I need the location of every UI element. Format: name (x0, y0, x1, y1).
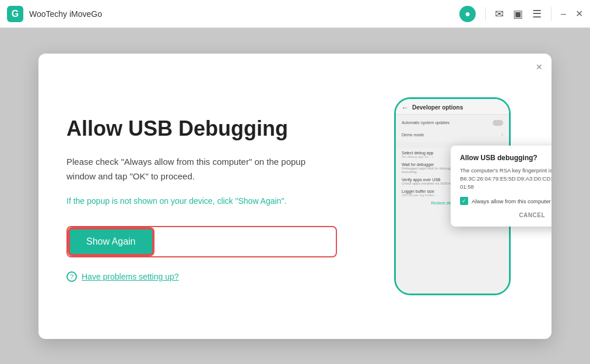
always-allow-label: Always allow from this computer (472, 198, 551, 204)
usb-debug-popup: Allow USB debugging? The computer's RSA … (451, 146, 552, 227)
minimize-button[interactable]: – (561, 9, 566, 19)
modal-title: Allow USB Debugging (66, 116, 337, 141)
usb-popup-title: Allow USB debugging? (460, 154, 552, 162)
phone-frame: ← Developer options Automatic system upd… (394, 97, 511, 295)
app-title: WooTechy iMoveGo (29, 9, 459, 19)
usb-popup-body: The computer's RSA key fingerprint is: B… (460, 167, 552, 192)
show-again-wrapper: Show Again (66, 226, 337, 257)
display-icon[interactable]: ▣ (513, 8, 523, 20)
help-link[interactable]: Have problems setting up? (82, 272, 179, 281)
usb-cancel-button[interactable]: CANCEL (519, 212, 545, 218)
usb-popup-buttons: CANCEL OK (460, 212, 552, 218)
phone-header: ← Developer options (396, 99, 509, 115)
list-item: Automatic system updates (396, 117, 509, 129)
list-item-label: Automatic system updates (402, 121, 449, 125)
phone-back-icon: ← (402, 104, 409, 112)
toggle-auto-update (493, 120, 503, 126)
phone-header-title: Developer options (412, 104, 463, 111)
modal-close-button[interactable]: × (536, 62, 542, 72)
help-link-row: ? Have problems setting up? (66, 271, 337, 282)
chevron-icon: › (501, 132, 503, 137)
help-icon: ? (66, 271, 77, 282)
mail-icon[interactable]: ✉ (495, 8, 504, 20)
titlebar: G WooTechy iMoveGo ● ✉ ▣ ☰ – ✕ (0, 0, 590, 28)
main-area: × Allow USB Debugging Please check "Alwa… (0, 28, 590, 364)
list-item: Demo mode › (396, 129, 509, 141)
divider (485, 7, 486, 21)
close-button[interactable]: ✕ (575, 8, 583, 19)
app-logo: G (7, 6, 23, 22)
modal-dialog: × Allow USB Debugging Please check "Alwa… (38, 54, 552, 339)
titlebar-actions: ● ✉ ▣ ☰ – ✕ (459, 6, 583, 22)
modal-description: Please check "Always allow from this com… (66, 155, 337, 184)
modal-content-right: ← Developer options Automatic system upd… (365, 54, 552, 339)
menu-icon[interactable]: ☰ (532, 8, 542, 20)
always-allow-checkbox[interactable]: ✓ (460, 197, 468, 205)
modal-content-left: Allow USB Debugging Please check "Always… (38, 54, 365, 339)
user-icon[interactable]: ● (459, 6, 476, 22)
divider2 (551, 7, 552, 21)
show-again-button[interactable]: Show Again (69, 228, 153, 255)
usb-popup-checkbox-row: ✓ Always allow from this computer (460, 197, 552, 205)
modal-hint: If the popup is not shown on your device… (66, 195, 337, 207)
list-item-label: Demo mode (402, 133, 424, 137)
